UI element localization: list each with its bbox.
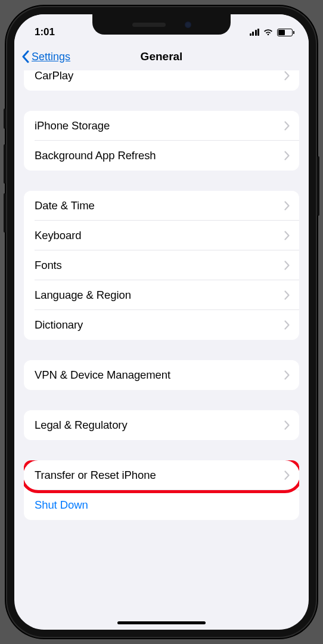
row-label: VPN & Device Management [35,369,170,382]
row-label: Date & Time [35,199,95,212]
row-label: iPhone Storage [35,119,110,132]
row-carplay[interactable]: CarPlay [24,70,299,91]
chevron-right-icon [284,71,290,80]
settings-group: CarPlay [24,70,299,91]
screen: 1:01 Sett [14,14,309,630]
row-keyboard[interactable]: Keyboard [24,221,299,250]
chevron-right-icon [284,201,290,210]
back-label: Settings [32,51,70,63]
chevron-right-icon [284,261,290,270]
row-label: Legal & Regulatory [35,419,128,432]
row-label: Background App Refresh [35,149,156,162]
chevron-right-icon [284,121,290,131]
row-legal-regulatory[interactable]: Legal & Regulatory [24,410,299,440]
chevron-right-icon [284,420,290,430]
row-fonts[interactable]: Fonts [24,250,299,280]
chevron-right-icon [284,470,290,480]
page-title: General [141,50,183,63]
battery-icon [277,29,294,36]
wifi-icon [263,28,274,36]
phone-frame: 1:01 Sett [6,6,317,638]
back-button[interactable]: Settings [21,50,70,63]
volume-up-button [4,144,6,184]
settings-group: Transfer or Reset iPhoneShut Down [24,460,299,520]
notch [92,14,231,35]
row-transfer-or-reset[interactable]: Transfer or Reset iPhone [24,460,299,490]
row-label: Language & Region [35,289,131,302]
chevron-right-icon [284,370,290,380]
chevron-right-icon [284,320,290,330]
row-date-time[interactable]: Date & Time [24,191,299,221]
settings-group: Legal & Regulatory [24,410,299,440]
settings-group: VPN & Device Management [24,360,299,390]
row-background-app-refresh[interactable]: Background App Refresh [24,141,299,171]
volume-down-button [4,193,6,233]
nav-bar: Settings General [14,43,309,70]
content-scroll[interactable]: CarPlayiPhone StorageBackground App Refr… [14,70,309,630]
chevron-left-icon [21,50,29,63]
chevron-right-icon [284,290,290,300]
row-iphone-storage[interactable]: iPhone Storage [24,111,299,141]
row-label: Keyboard [35,229,81,242]
camera [185,21,191,28]
row-shut-down[interactable]: Shut Down [24,490,299,520]
chevron-right-icon [284,231,290,240]
status-time: 1:01 [35,26,55,38]
row-dictionary[interactable]: Dictionary [24,310,299,340]
row-label: Dictionary [35,318,83,332]
side-button [317,156,319,216]
speaker [132,23,166,27]
cellular-signal-icon [250,29,260,36]
row-label: CarPlay [35,70,73,82]
row-label: Transfer or Reset iPhone [35,469,156,482]
mute-switch [4,109,6,129]
row-vpn-device-management[interactable]: VPN & Device Management [24,360,299,390]
chevron-right-icon [284,151,290,160]
row-label: Fonts [35,259,62,272]
row-label: Shut Down [35,499,88,512]
settings-group: iPhone StorageBackground App Refresh [24,111,299,171]
settings-group: Date & TimeKeyboardFontsLanguage & Regio… [24,191,299,340]
row-language-region[interactable]: Language & Region [24,280,299,310]
home-indicator[interactable] [117,621,206,624]
